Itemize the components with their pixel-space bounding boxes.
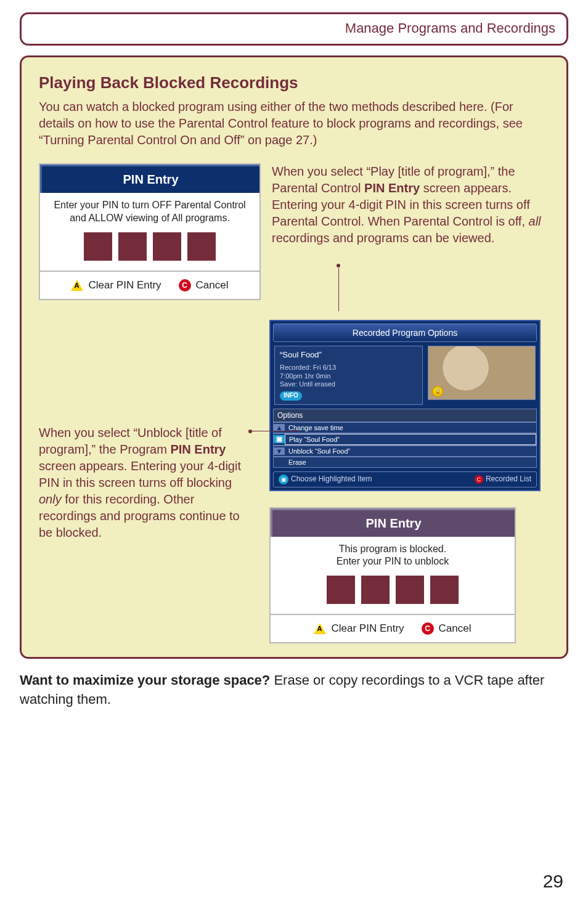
caption-text: recordings and programs can be viewed.: [272, 231, 494, 245]
recorded-list[interactable]: CRecorded List: [475, 475, 531, 484]
a-button-icon: [71, 280, 83, 291]
cancel-label: Cancel: [196, 279, 229, 291]
connector-line: [251, 431, 301, 431]
option-label: Erase: [285, 457, 536, 467]
pin-digit[interactable]: [361, 576, 390, 604]
pin-instruction-line1: This program is blocked.: [339, 544, 446, 554]
pin-digit[interactable]: [84, 232, 112, 261]
footnote: Want to maximize your storage space? Era…: [20, 671, 568, 709]
footer-left-label: Choose Highlighted Item: [291, 475, 372, 483]
option-label: Unblock “Soul Food”: [285, 446, 536, 456]
down-arrow-icon: ▼: [274, 447, 285, 455]
pin-digit[interactable]: [396, 576, 424, 604]
c-button-icon: C: [475, 475, 483, 484]
connector-dot: [248, 430, 252, 433]
option-label: Change save time: [285, 423, 536, 433]
save-until: Save: Until erased: [280, 380, 417, 389]
option-change-save-time[interactable]: ▲ Change save time: [273, 422, 537, 433]
panel-title: Recorded Program Options: [273, 324, 537, 342]
caption-bold: PIN Entry: [364, 181, 420, 195]
a-button-icon: [314, 623, 326, 634]
clear-pin-button[interactable]: Clear PIN Entry: [71, 279, 161, 291]
c-button-icon: C: [179, 279, 191, 291]
clear-pin-label: Clear PIN Entry: [331, 622, 404, 635]
page-number: 29: [543, 871, 563, 892]
connector-line: [338, 268, 339, 311]
caption-unblock-pin: When you select “Unblock [title of progr…: [39, 320, 255, 644]
connector-dot: [337, 264, 340, 267]
section-intro: You can watch a blocked program using ei…: [39, 99, 549, 149]
pin-input-boxes[interactable]: [282, 576, 504, 604]
pin-digit[interactable]: [187, 232, 216, 261]
pin-digit[interactable]: [153, 232, 181, 261]
program-name: “Soul Food”: [280, 350, 322, 359]
pin-instruction-line1: Enter your PIN to turn OFF Parental Cont…: [54, 200, 245, 210]
section-title: Playing Back Blocked Recordings: [39, 73, 549, 92]
cancel-label: Cancel: [439, 622, 472, 635]
pin-digit[interactable]: [430, 576, 459, 604]
pin-instruction: Enter your PIN to turn OFF Parental Cont…: [51, 199, 248, 225]
clear-pin-label: Clear PIN Entry: [88, 279, 161, 291]
section-header: Manage Programs and Recordings: [20, 12, 568, 46]
recorded-time: 7:00pm 1hr 0min: [280, 372, 417, 381]
recorded-program-options-panel: Recorded Program Options “Soul Food” Rec…: [269, 320, 541, 491]
pin-digit[interactable]: [327, 576, 355, 604]
option-label: Play “Soul Food”: [285, 434, 536, 445]
choose-highlighted[interactable]: ▣Choose Highlighted Item: [279, 475, 372, 484]
clear-pin-button[interactable]: Clear PIN Entry: [314, 622, 404, 635]
program-thumbnail: 🔒: [428, 346, 536, 400]
pin-instruction-line2: Enter your PIN to unblock: [337, 556, 449, 566]
pin-instruction-line2: and ALLOW viewing of All programs.: [70, 213, 230, 223]
select-button-icon: ▣: [279, 475, 288, 484]
caption-text: for this recording. Other recordings and…: [39, 492, 240, 539]
option-play[interactable]: ▣ Play “Soul Food”: [273, 433, 537, 446]
lock-icon: 🔒: [432, 386, 443, 397]
content-panel: Playing Back Blocked Recordings You can …: [20, 55, 568, 659]
cancel-button[interactable]: C Cancel: [179, 279, 229, 291]
panel-footer: ▣Choose Highlighted Item CRecorded List: [273, 471, 537, 487]
select-icon: ▣: [274, 435, 285, 443]
pin-input-boxes[interactable]: [51, 232, 248, 261]
info-badge[interactable]: INFO: [280, 391, 302, 401]
caption-italic: only: [39, 492, 62, 506]
program-info-box: “Soul Food” Recorded: Fri 6/13 7:00pm 1h…: [274, 346, 423, 405]
c-button-icon: C: [422, 622, 434, 635]
pin-entry-card-parental: PIN Entry Enter your PIN to turn OFF Par…: [39, 163, 261, 300]
pin-digit[interactable]: [118, 232, 147, 261]
caption-italic: all: [529, 214, 541, 228]
pin-entry-card-unblock: PIN Entry This program is blocked. Enter…: [269, 507, 516, 644]
pin-entry-title: PIN Entry: [40, 165, 259, 193]
caption-text: screen appears. Entering your 4-digit PI…: [39, 459, 241, 489]
footnote-bold: Want to maximize your storage space?: [20, 672, 270, 688]
recorded-date: Recorded: Fri 6/13: [280, 364, 417, 372]
footer-right-label: Recorded List: [486, 475, 531, 483]
option-unblock[interactable]: ▼ Unblock “Soul Food”: [273, 446, 537, 457]
pin-entry-title: PIN Entry: [271, 508, 515, 537]
section-header-text: Manage Programs and Recordings: [345, 20, 555, 36]
option-erase[interactable]: Erase: [273, 457, 537, 468]
pin-instruction: This program is blocked. Enter your PIN …: [282, 543, 504, 569]
options-header: Options: [273, 409, 537, 422]
cancel-button[interactable]: C Cancel: [422, 622, 472, 635]
caption-bold: PIN Entry: [170, 442, 226, 456]
caption-parental-pin: When you select “Play [title of program]…: [272, 163, 549, 247]
